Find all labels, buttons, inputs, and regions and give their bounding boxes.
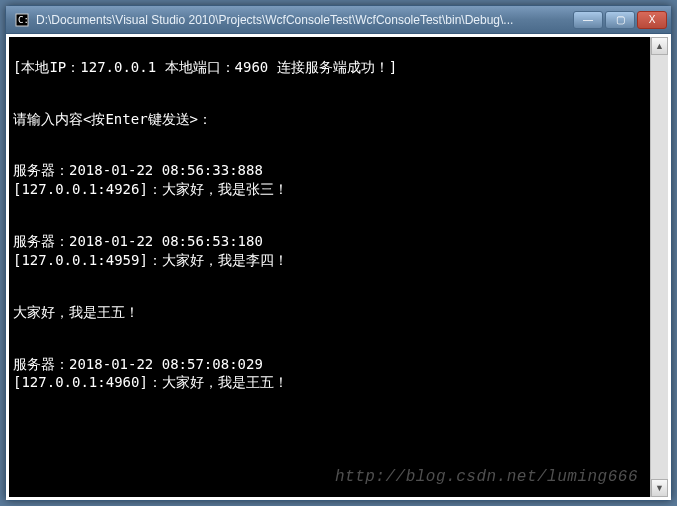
- user-input-line: 大家好，我是王五！: [13, 304, 139, 320]
- client-line: [127.0.0.1:4960]：大家好，我是王五！: [13, 374, 288, 390]
- server-line: 服务器：2018-01-22 08:57:08:029: [13, 356, 263, 372]
- svg-text:C:: C:: [18, 15, 29, 25]
- vertical-scrollbar[interactable]: ▲ ▼: [650, 37, 668, 497]
- maximize-button[interactable]: ▢: [605, 11, 635, 29]
- prompt-line: 请输入内容<按Enter键发送>：: [13, 111, 212, 127]
- scroll-up-button[interactable]: ▲: [651, 37, 668, 55]
- watermark-text: http://blog.csdn.net/luming666: [335, 467, 638, 489]
- console-output[interactable]: [本地IP：127.0.0.1 本地端口：4960 连接服务端成功！] 请输入内…: [9, 37, 650, 497]
- server-line: 服务器：2018-01-22 08:56:53:180: [13, 233, 263, 249]
- minimize-button[interactable]: —: [573, 11, 603, 29]
- app-icon: C:: [14, 12, 30, 28]
- console-window: C: D:\Documents\Visual Studio 2010\Proje…: [5, 5, 672, 501]
- client-line: [127.0.0.1:4926]：大家好，我是张三！: [13, 181, 288, 197]
- server-line: 服务器：2018-01-22 08:56:33:888: [13, 162, 263, 178]
- close-button[interactable]: X: [637, 11, 667, 29]
- console-frame: [本地IP：127.0.0.1 本地端口：4960 连接服务端成功！] 请输入内…: [6, 34, 671, 500]
- scroll-track[interactable]: [651, 55, 668, 479]
- window-title: D:\Documents\Visual Studio 2010\Projects…: [36, 13, 573, 27]
- client-line: [127.0.0.1:4959]：大家好，我是李四！: [13, 252, 288, 268]
- titlebar[interactable]: C: D:\Documents\Visual Studio 2010\Proje…: [6, 6, 671, 34]
- header-line: [本地IP：127.0.0.1 本地端口：4960 连接服务端成功！]: [13, 59, 397, 75]
- window-controls: — ▢ X: [573, 11, 667, 29]
- scroll-down-button[interactable]: ▼: [651, 479, 668, 497]
